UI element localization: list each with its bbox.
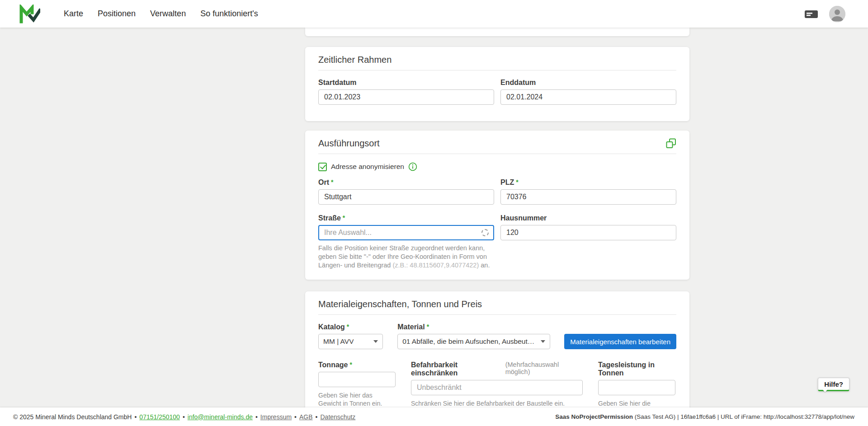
tagesleistung-input[interactable] [598,380,675,395]
tagesleistung-label: Tagesleistung in Tonnen [598,361,675,377]
navbar-right-actions [804,6,845,22]
katalog-select[interactable]: MM | AVV [318,334,383,349]
startdatum-label: Startdatum [318,79,356,87]
loading-spinner-icon [481,229,489,236]
ort-label: Ort [318,178,329,187]
chevron-down-icon [373,340,378,343]
katalog-label: Katalog [318,323,345,331]
ort-field: Ort * [318,178,494,205]
datenschutz-link[interactable]: Datenschutz [320,413,355,421]
divider [318,70,676,70]
environment-info: Saas NoProjectPermission (Saas Test AG) … [555,413,854,420]
previous-card-bottom [305,28,689,36]
email-link[interactable]: info@mineral-minds.de [188,413,253,421]
enddatum-input[interactable] [500,89,676,105]
execution-location-title: Ausführungsort [318,138,380,149]
befahrbarkeit-input[interactable] [411,380,583,395]
befahrbarkeit-label: Befahrbarkeit einschränken [411,361,503,377]
info-icon[interactable] [408,162,417,171]
footer-legal-links: © 2025 Mineral Minds Deutschland GmbH • … [13,413,355,421]
plz-field: PLZ * [500,178,676,205]
main-navigation: Karte Positionen Verwalten So funktionie… [64,9,258,19]
anonymize-label: Adresse anonymisieren [331,163,404,171]
material-label: Material [397,323,425,331]
phone-link[interactable]: 07151/250100 [139,413,180,421]
required-marker: * [427,323,429,330]
environment-name: Saas NoProjectPermission [555,413,633,420]
tonnage-label: Tonnage [318,361,348,369]
anonymize-checkbox[interactable] [318,163,327,171]
separator-dot: • [134,413,137,421]
tonnage-field: Tonnage * Geben Sie hier das Gewicht in … [318,361,396,407]
separator-dot: • [316,413,318,421]
nav-item-karte[interactable]: Karte [64,9,83,19]
page-footer: © 2025 Mineral Minds Deutschland GmbH • … [0,407,868,426]
edit-material-properties-button[interactable]: Materialeigenschaften bearbeiten [564,334,676,349]
lot-form-content: Zeitlicher Rahmen Startdatum Enddatum Au… [305,28,689,426]
startdatum-field: Startdatum [318,79,494,105]
material-select[interactable]: 01 Abfälle, die beim Aufsuchen, Ausbeute… [397,334,550,349]
required-marker: * [516,179,518,185]
required-marker: * [347,323,349,330]
separator-dot: • [294,413,297,421]
required-marker: * [349,361,352,368]
card-icon[interactable] [804,9,818,19]
plz-label: PLZ [500,178,514,187]
nav-item-verwalten[interactable]: Verwalten [150,9,186,19]
agb-link[interactable]: AGB [299,413,313,421]
hausnummer-field: Hausnummer [500,214,676,270]
required-marker: * [343,215,345,221]
strasse-label: Straße [318,214,341,222]
copy-icon[interactable] [666,138,676,149]
nav-item-so-funktionierts[interactable]: So funktioniert's [200,9,258,19]
impressum-link[interactable]: Impressum [260,413,292,421]
strasse-input[interactable] [318,225,494,240]
help-button[interactable]: Hilfe? [818,378,849,391]
katalog-field: Katalog * MM | AVV [318,323,383,349]
enddatum-label: Enddatum [500,79,536,87]
execution-location-card: Ausführungsort Adresse anonymisieren [305,131,689,280]
hausnummer-input[interactable] [500,225,676,240]
separator-dot: • [183,413,185,421]
material-field: Material * 01 Abfälle, die beim Aufsuche… [397,323,550,349]
tonnage-helper-text: Geben Sie hier das Gewicht in Tonnen ein… [318,391,396,407]
hausnummer-label: Hausnummer [500,214,547,222]
tonnage-input[interactable] [318,372,396,387]
chevron-down-icon [541,340,545,343]
strasse-helper-text: Falls die Position keiner Straße zugeord… [318,244,494,270]
required-marker: * [331,179,333,185]
startdatum-input[interactable] [318,89,494,105]
time-frame-card: Zeitlicher Rahmen Startdatum Enddatum [305,47,689,121]
copyright-text: © 2025 Mineral Minds Deutschland GmbH [13,413,132,421]
divider [318,154,676,154]
top-navbar: Karte Positionen Verwalten So funktionie… [0,0,868,28]
befahrbarkeit-helper-text: Schränken Sie hier die Befahrbarkeit der… [411,399,583,407]
befahrbarkeit-field: Befahrbarkeit einschränken (Mehrfachausw… [411,361,583,407]
befahrbarkeit-label-hint: (Mehrfachauswahl möglich) [505,361,583,375]
ort-input[interactable] [318,189,494,205]
strasse-field: Straße * Falls die Position keiner Straß… [318,214,494,270]
material-properties-card: Materialeigenschaften, Tonnen und Preis … [305,291,689,426]
plz-input[interactable] [500,189,676,205]
person-icon [829,6,845,22]
mineral-minds-logo-icon[interactable] [19,5,40,23]
enddatum-field: Enddatum [500,79,676,105]
separator-dot: • [255,413,258,421]
nav-item-positionen[interactable]: Positionen [98,9,136,19]
user-avatar[interactable] [829,6,845,22]
time-frame-title: Zeitlicher Rahmen [318,55,676,65]
environment-details: (Saas Test AG) | 16fae1ffc6a6 | URL of i… [633,413,854,420]
divider [318,314,676,315]
anonymize-address-option[interactable]: Adresse anonymisieren [318,162,676,171]
material-properties-title: Materialeigenschaften, Tonnen und Preis [318,299,676,309]
